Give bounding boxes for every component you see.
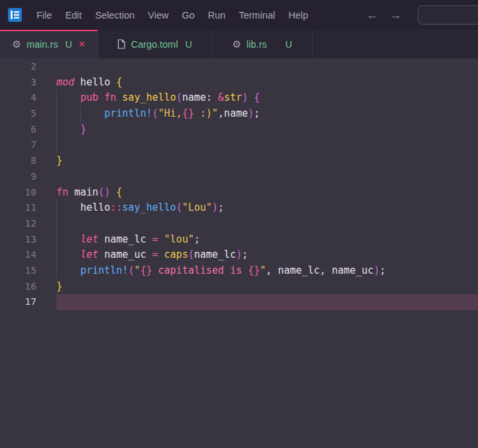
- code-line-content: [56, 294, 478, 310]
- line-number: 6: [0, 122, 56, 138]
- line-number: 11: [0, 200, 56, 216]
- code-line[interactable]: 8}: [0, 153, 478, 169]
- code-line-content: println!("{} capitalised is {}", name_lc…: [56, 263, 478, 279]
- code-line[interactable]: 12: [0, 216, 478, 232]
- command-search-input[interactable]: [418, 5, 478, 25]
- code-line[interactable]: 9: [0, 169, 478, 185]
- code-token: }: [56, 280, 62, 292]
- code-token: =: [152, 233, 158, 245]
- code-token: [56, 264, 80, 276]
- indent-guide: [56, 232, 57, 248]
- code-token: pub: [80, 91, 98, 103]
- code-token: "Lou": [182, 201, 212, 213]
- code-line[interactable]: 14 let name_uc = caps(name_lc);: [0, 247, 478, 263]
- code-line[interactable]: 16}: [0, 279, 478, 295]
- code-line-content: }: [56, 122, 478, 138]
- line-number: 16: [0, 279, 56, 295]
- code-line-content: let name_uc = caps(name_lc);: [56, 247, 478, 263]
- code-line[interactable]: 10fn main() {: [0, 185, 478, 201]
- code-token: ": [260, 264, 266, 276]
- code-token: , name_lc, name_uc: [266, 264, 374, 276]
- tab-filename: Cargo.toml: [131, 39, 178, 50]
- close-tab-icon[interactable]: ×: [79, 38, 86, 50]
- indent-guide: [80, 106, 81, 122]
- code-token: caps: [164, 249, 188, 260]
- menu-item-file[interactable]: File: [30, 6, 58, 25]
- code-editor[interactable]: 23mod hello {4 pub fn say_hello(name: &s…: [0, 58, 478, 448]
- code-token: ): [242, 91, 248, 103]
- code-line[interactable]: 4 pub fn say_hello(name: &str) {: [0, 90, 478, 106]
- code-token: "lou": [164, 233, 194, 245]
- code-token: [56, 123, 80, 135]
- code-line[interactable]: 7: [0, 137, 478, 153]
- code-line-content: }: [56, 153, 478, 169]
- code-token: {: [116, 76, 122, 88]
- code-line[interactable]: 13 let name_lc = "lou";: [0, 232, 478, 248]
- code-token: [116, 91, 122, 103]
- code-token: ;: [254, 107, 260, 119]
- code-token: ;: [380, 264, 386, 276]
- code-line[interactable]: 17: [0, 294, 478, 310]
- menu-item-terminal[interactable]: Terminal: [232, 6, 282, 25]
- code-line-content: [56, 137, 478, 153]
- menu-item-edit[interactable]: Edit: [58, 6, 88, 25]
- code-token: "Hi,: [158, 107, 182, 119]
- code-token: ;: [242, 249, 248, 260]
- code-token: }: [56, 154, 62, 166]
- menu-item-go[interactable]: Go: [175, 6, 201, 25]
- indent-guide: [56, 263, 57, 279]
- indent-guide: [56, 216, 57, 232]
- menu-item-view[interactable]: View: [141, 6, 175, 25]
- menu-item-selection[interactable]: Selection: [88, 6, 141, 25]
- tab-Cargo-toml[interactable]: Cargo.tomlU: [98, 30, 212, 58]
- line-number: 3: [0, 75, 56, 91]
- code-token: hello: [80, 201, 110, 213]
- code-token: println!: [104, 107, 152, 119]
- forward-arrow-icon[interactable]: →: [389, 9, 402, 21]
- menu-bar: FileEditSelectionViewGoRunTerminalHelp: [30, 6, 315, 25]
- code-line[interactable]: 6 }: [0, 122, 478, 138]
- indent-guide: [56, 247, 57, 263]
- code-token: =: [152, 249, 158, 260]
- code-token: fn: [56, 186, 68, 198]
- line-number: 13: [0, 232, 56, 248]
- code-token: [98, 91, 104, 103]
- code-token: (: [176, 91, 182, 103]
- code-token: {: [116, 186, 122, 198]
- code-line[interactable]: 5 println!("Hi,{} :)",name);: [0, 106, 478, 122]
- code-token: let: [80, 249, 98, 260]
- code-token: [110, 186, 116, 198]
- code-token: (: [176, 201, 182, 213]
- code-token: name:: [182, 91, 218, 103]
- line-number: 5: [0, 106, 56, 122]
- git-status-badge: U: [185, 39, 192, 50]
- menu-item-help[interactable]: Help: [282, 6, 315, 25]
- code-line[interactable]: 15 println!("{} capitalised is {}", name…: [0, 263, 478, 279]
- back-arrow-icon[interactable]: ←: [366, 9, 379, 21]
- code-token: }: [80, 123, 86, 135]
- code-token: say_hello: [122, 201, 176, 213]
- code-token: [158, 233, 164, 245]
- code-line[interactable]: 2: [0, 59, 478, 75]
- code-token: ::: [110, 201, 122, 213]
- title-bar: FileEditSelectionViewGoRunTerminalHelp ←…: [0, 0, 478, 30]
- tab-filename: main.rs: [27, 39, 58, 50]
- tab-main-rs[interactable]: ⚙main.rsU×: [0, 30, 98, 58]
- code-line-content: [56, 216, 478, 232]
- code-token: :)": [194, 107, 218, 119]
- menu-item-run[interactable]: Run: [202, 6, 233, 25]
- code-token: ;: [218, 201, 224, 213]
- code-token: ): [374, 264, 380, 276]
- tab-filename: lib.rs: [247, 39, 267, 50]
- code-token: str: [224, 91, 242, 103]
- tab-lib-rs[interactable]: ⚙lib.rsU: [212, 30, 313, 58]
- rust-file-icon: ⚙: [232, 39, 241, 49]
- line-number: 15: [0, 263, 56, 279]
- code-token: main: [68, 186, 98, 198]
- code-line[interactable]: 11 hello::say_hello("Lou");: [0, 200, 478, 216]
- code-line[interactable]: 3mod hello {: [0, 75, 478, 91]
- code-token: {}: [182, 107, 194, 119]
- file-icon: [117, 39, 125, 49]
- line-number: 12: [0, 216, 56, 232]
- code-token: ): [212, 201, 218, 213]
